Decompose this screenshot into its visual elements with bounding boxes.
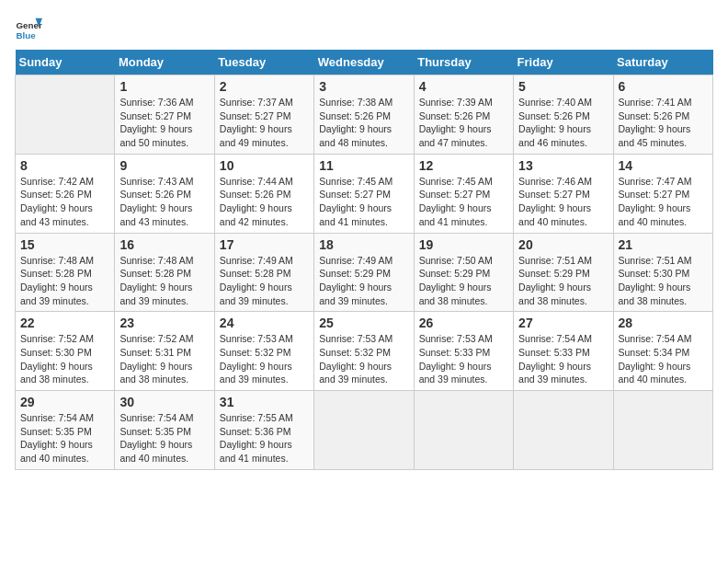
day-info: Sunrise: 7:54 AM Sunset: 5:34 PM Dayligh… bbox=[619, 332, 708, 386]
calendar-cell: 27Sunrise: 7:54 AM Sunset: 5:33 PM Dayli… bbox=[514, 312, 613, 391]
day-number: 2 bbox=[220, 79, 309, 94]
day-info: Sunrise: 7:46 AM Sunset: 5:27 PM Dayligh… bbox=[518, 175, 608, 229]
calendar-cell: 31Sunrise: 7:55 AM Sunset: 5:36 PM Dayli… bbox=[214, 391, 313, 470]
day-info: Sunrise: 7:38 AM Sunset: 5:26 PM Dayligh… bbox=[319, 96, 408, 150]
day-info: Sunrise: 7:37 AM Sunset: 5:27 PM Dayligh… bbox=[220, 96, 309, 150]
week-row-0: 1Sunrise: 7:36 AM Sunset: 5:27 PM Daylig… bbox=[16, 75, 713, 155]
calendar-cell bbox=[16, 75, 115, 155]
day-number: 18 bbox=[319, 237, 408, 252]
day-info: Sunrise: 7:52 AM Sunset: 5:30 PM Dayligh… bbox=[20, 332, 109, 386]
day-number: 27 bbox=[518, 316, 608, 330]
day-info: Sunrise: 7:44 AM Sunset: 5:26 PM Dayligh… bbox=[220, 175, 309, 229]
calendar-cell: 17Sunrise: 7:49 AM Sunset: 5:28 PM Dayli… bbox=[214, 233, 313, 312]
day-number: 16 bbox=[119, 237, 209, 252]
day-info: Sunrise: 7:53 AM Sunset: 5:32 PM Dayligh… bbox=[220, 332, 309, 386]
day-info: Sunrise: 7:49 AM Sunset: 5:28 PM Dayligh… bbox=[220, 254, 309, 308]
day-info: Sunrise: 7:55 AM Sunset: 5:36 PM Dayligh… bbox=[220, 411, 309, 465]
day-number: 22 bbox=[20, 316, 109, 330]
calendar-cell: 11Sunrise: 7:45 AM Sunset: 5:27 PM Dayli… bbox=[314, 154, 414, 233]
calendar-cell: 8Sunrise: 7:42 AM Sunset: 5:26 PM Daylig… bbox=[16, 154, 115, 233]
calendar-cell: 25Sunrise: 7:53 AM Sunset: 5:32 PM Dayli… bbox=[314, 312, 414, 391]
day-number: 23 bbox=[119, 316, 209, 330]
calendar-cell: 3Sunrise: 7:38 AM Sunset: 5:26 PM Daylig… bbox=[314, 75, 414, 155]
calendar-cell: 6Sunrise: 7:41 AM Sunset: 5:26 PM Daylig… bbox=[613, 75, 712, 155]
day-number: 4 bbox=[419, 79, 508, 94]
calendar-cell: 24Sunrise: 7:53 AM Sunset: 5:32 PM Dayli… bbox=[214, 312, 313, 391]
day-info: Sunrise: 7:42 AM Sunset: 5:26 PM Dayligh… bbox=[20, 175, 109, 229]
calendar-cell: 26Sunrise: 7:53 AM Sunset: 5:33 PM Dayli… bbox=[414, 312, 513, 391]
day-info: Sunrise: 7:53 AM Sunset: 5:33 PM Dayligh… bbox=[419, 332, 508, 386]
header-day-thursday: Thursday bbox=[414, 50, 513, 75]
header-day-wednesday: Wednesday bbox=[314, 50, 414, 75]
day-number: 5 bbox=[518, 79, 608, 94]
svg-text:Blue: Blue bbox=[17, 30, 37, 40]
calendar-cell: 30Sunrise: 7:54 AM Sunset: 5:35 PM Dayli… bbox=[115, 391, 214, 470]
day-number: 29 bbox=[20, 395, 109, 409]
calendar-cell: 18Sunrise: 7:49 AM Sunset: 5:29 PM Dayli… bbox=[314, 233, 414, 312]
calendar-cell: 15Sunrise: 7:48 AM Sunset: 5:28 PM Dayli… bbox=[16, 233, 115, 312]
day-info: Sunrise: 7:40 AM Sunset: 5:26 PM Dayligh… bbox=[518, 96, 608, 150]
day-number: 31 bbox=[220, 395, 309, 409]
header-day-friday: Friday bbox=[514, 50, 613, 75]
day-info: Sunrise: 7:39 AM Sunset: 5:26 PM Dayligh… bbox=[419, 96, 508, 150]
calendar-cell: 16Sunrise: 7:48 AM Sunset: 5:28 PM Dayli… bbox=[115, 233, 214, 312]
day-number: 30 bbox=[119, 395, 209, 409]
day-info: Sunrise: 7:41 AM Sunset: 5:26 PM Dayligh… bbox=[619, 96, 708, 150]
day-info: Sunrise: 7:54 AM Sunset: 5:35 PM Dayligh… bbox=[119, 411, 209, 465]
day-number: 11 bbox=[319, 158, 408, 173]
calendar-cell: 13Sunrise: 7:46 AM Sunset: 5:27 PM Dayli… bbox=[514, 154, 613, 233]
day-info: Sunrise: 7:45 AM Sunset: 5:27 PM Dayligh… bbox=[419, 175, 508, 229]
calendar-cell: 14Sunrise: 7:47 AM Sunset: 5:27 PM Dayli… bbox=[613, 154, 712, 233]
day-number: 24 bbox=[220, 316, 309, 330]
logo: General Blue bbox=[15, 15, 42, 42]
calendar-cell: 22Sunrise: 7:52 AM Sunset: 5:30 PM Dayli… bbox=[16, 312, 115, 391]
calendar-cell: 21Sunrise: 7:51 AM Sunset: 5:30 PM Dayli… bbox=[613, 233, 712, 312]
calendar-body: 1Sunrise: 7:36 AM Sunset: 5:27 PM Daylig… bbox=[16, 75, 713, 470]
calendar-cell bbox=[613, 391, 712, 470]
calendar-cell: 20Sunrise: 7:51 AM Sunset: 5:29 PM Dayli… bbox=[514, 233, 613, 312]
calendar-header: SundayMondayTuesdayWednesdayThursdayFrid… bbox=[16, 50, 713, 75]
day-number: 15 bbox=[20, 237, 109, 252]
calendar-cell: 23Sunrise: 7:52 AM Sunset: 5:31 PM Dayli… bbox=[115, 312, 214, 391]
header-row: SundayMondayTuesdayWednesdayThursdayFrid… bbox=[16, 50, 713, 75]
day-info: Sunrise: 7:48 AM Sunset: 5:28 PM Dayligh… bbox=[20, 254, 109, 308]
calendar-cell bbox=[514, 391, 613, 470]
day-info: Sunrise: 7:52 AM Sunset: 5:31 PM Dayligh… bbox=[119, 332, 209, 386]
day-number: 10 bbox=[220, 158, 309, 173]
calendar-table: SundayMondayTuesdayWednesdayThursdayFrid… bbox=[15, 50, 713, 470]
day-number: 25 bbox=[319, 316, 408, 330]
calendar-cell: 29Sunrise: 7:54 AM Sunset: 5:35 PM Dayli… bbox=[16, 391, 115, 470]
calendar-cell: 12Sunrise: 7:45 AM Sunset: 5:27 PM Dayli… bbox=[414, 154, 513, 233]
day-info: Sunrise: 7:36 AM Sunset: 5:27 PM Dayligh… bbox=[119, 96, 209, 150]
header-day-saturday: Saturday bbox=[613, 50, 712, 75]
calendar-cell: 19Sunrise: 7:50 AM Sunset: 5:29 PM Dayli… bbox=[414, 233, 513, 312]
day-info: Sunrise: 7:50 AM Sunset: 5:29 PM Dayligh… bbox=[419, 254, 508, 308]
day-info: Sunrise: 7:43 AM Sunset: 5:26 PM Dayligh… bbox=[119, 175, 209, 229]
header-day-sunday: Sunday bbox=[16, 50, 115, 75]
day-number: 6 bbox=[619, 79, 708, 94]
day-info: Sunrise: 7:51 AM Sunset: 5:30 PM Dayligh… bbox=[619, 254, 708, 308]
calendar-cell: 1Sunrise: 7:36 AM Sunset: 5:27 PM Daylig… bbox=[115, 75, 214, 155]
day-number: 3 bbox=[319, 79, 408, 94]
day-info: Sunrise: 7:54 AM Sunset: 5:35 PM Dayligh… bbox=[20, 411, 109, 465]
day-info: Sunrise: 7:53 AM Sunset: 5:32 PM Dayligh… bbox=[319, 332, 408, 386]
week-row-3: 22Sunrise: 7:52 AM Sunset: 5:30 PM Dayli… bbox=[16, 312, 713, 391]
day-number: 9 bbox=[119, 158, 209, 173]
calendar-cell: 5Sunrise: 7:40 AM Sunset: 5:26 PM Daylig… bbox=[514, 75, 613, 155]
day-number: 1 bbox=[119, 79, 209, 94]
week-row-1: 8Sunrise: 7:42 AM Sunset: 5:26 PM Daylig… bbox=[16, 154, 713, 233]
calendar-cell: 28Sunrise: 7:54 AM Sunset: 5:34 PM Dayli… bbox=[613, 312, 712, 391]
day-number: 13 bbox=[518, 158, 608, 173]
calendar-cell bbox=[314, 391, 414, 470]
day-number: 14 bbox=[619, 158, 708, 173]
calendar-cell: 10Sunrise: 7:44 AM Sunset: 5:26 PM Dayli… bbox=[214, 154, 313, 233]
header-day-monday: Monday bbox=[115, 50, 214, 75]
calendar-cell bbox=[414, 391, 513, 470]
calendar-cell: 4Sunrise: 7:39 AM Sunset: 5:26 PM Daylig… bbox=[414, 75, 513, 155]
day-number: 26 bbox=[419, 316, 508, 330]
calendar-cell: 9Sunrise: 7:43 AM Sunset: 5:26 PM Daylig… bbox=[115, 154, 214, 233]
logo-icon: General Blue bbox=[15, 15, 42, 42]
day-number: 8 bbox=[20, 158, 109, 173]
day-info: Sunrise: 7:51 AM Sunset: 5:29 PM Dayligh… bbox=[518, 254, 608, 308]
day-number: 20 bbox=[518, 237, 608, 252]
